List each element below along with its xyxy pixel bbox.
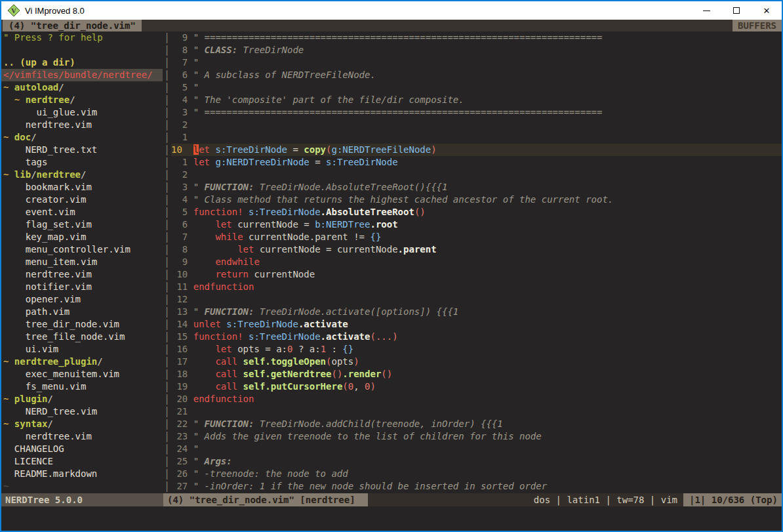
- code-line[interactable]: 4 " Class method that returns the highes…: [171, 194, 782, 206]
- code-line[interactable]: 25 " Args:: [171, 455, 782, 468]
- tree-row[interactable]: .. (up a dir): [3, 56, 163, 69]
- code-line[interactable]: 17 call self.toggleOpen(opts): [171, 356, 782, 368]
- code-line[interactable]: 24 ": [171, 443, 782, 455]
- code-line[interactable]: 3 " ====================================…: [171, 106, 782, 119]
- code-line[interactable]: 13 " FUNCTION: TreeDirNode.activate([opt…: [171, 306, 782, 318]
- line-number: 5: [171, 206, 193, 218]
- text-segment: ~: [3, 481, 9, 491]
- text-segment: s:TreeDirNode: [249, 207, 321, 217]
- text-segment: ": [193, 82, 199, 92]
- tree-row[interactable]: flag_set.vim: [3, 218, 163, 231]
- text-segment: doc: [14, 132, 31, 142]
- tree-row[interactable]: NERD_tree.txt: [3, 144, 163, 156]
- code-line[interactable]: 22 " FUNCTION: TreeDirNode.addChild(tree…: [171, 418, 782, 430]
- code-line[interactable]: 5 ": [171, 81, 782, 94]
- command-line[interactable]: [1, 506, 782, 531]
- tree-row[interactable]: event.vim: [3, 206, 163, 218]
- code-line[interactable]: 14 unlet s:TreeDirNode.activate: [171, 318, 782, 331]
- tree-row[interactable]: key_map.vim: [3, 231, 163, 243]
- code-line[interactable]: 12: [171, 293, 782, 306]
- code-line[interactable]: 9 endwhile: [171, 256, 782, 268]
- tree-row[interactable]: ~ nerdtree_plugin/: [3, 356, 163, 368]
- tree-row[interactable]: exec_menuitem.vim: [3, 368, 163, 380]
- code-line[interactable]: 20 endfunction: [171, 393, 782, 405]
- code-line[interactable]: 21: [171, 405, 782, 418]
- text-segment: autoload: [14, 82, 58, 92]
- tree-row[interactable]: path.vim: [3, 306, 163, 318]
- minimize-button[interactable]: [691, 1, 721, 20]
- tree-row[interactable]: README.markdown: [3, 468, 163, 480]
- text-segment: TreeDirNode: [237, 45, 304, 55]
- maximize-button[interactable]: [721, 1, 752, 20]
- tree-row[interactable]: ~ lib/nerdtree/: [3, 169, 163, 181]
- tree-row[interactable]: menu_item.vim: [3, 256, 163, 268]
- tab-tree-dir-node[interactable]: (4) "tree_dir_node.vim": [3, 20, 142, 31]
- code-line[interactable]: 7 ": [171, 56, 782, 69]
- code-line[interactable]: 16 let opts = a:0 ? a:1 : {}: [171, 343, 782, 356]
- tree-row[interactable]: </vimfiles/bundle/nerdtree/: [1, 69, 163, 81]
- code-line[interactable]: 1 let g:NERDTreeDirNode = s:TreeDirNode: [171, 156, 782, 169]
- tree-row[interactable]: creator.vim: [3, 194, 163, 206]
- line-number: 4: [171, 94, 193, 106]
- close-button[interactable]: ✕: [752, 1, 782, 20]
- separator-bar: |: [163, 206, 171, 218]
- tree-row[interactable]: menu_controller.vim: [3, 243, 163, 256]
- tree-row[interactable]: tree_dir_node.vim: [3, 318, 163, 331]
- text-segment: ": [193, 45, 205, 55]
- code-line[interactable]: 9 " ====================================…: [171, 31, 782, 44]
- separator-bar: |: [163, 44, 171, 56]
- tree-row[interactable]: nerdtree.vim: [3, 430, 163, 443]
- code-line[interactable]: 19 call self.putCursorHere(0, 0): [171, 380, 782, 393]
- code-line[interactable]: 15 function! s:TreeDirNode.activate(...): [171, 331, 782, 343]
- code-line[interactable]: 7 while currentNode.parent != {}: [171, 231, 782, 243]
- tree-row[interactable]: ~ syntax/: [3, 418, 163, 430]
- tree-row[interactable]: nerdtree.vim: [3, 119, 163, 131]
- tree-row[interactable]: notifier.vim: [3, 281, 163, 293]
- tree-row[interactable]: ~ nerdtree/: [3, 94, 163, 106]
- code-line[interactable]: 1: [171, 131, 782, 144]
- code-line[interactable]: 6 " A subclass of NERDTreeFileNode.: [171, 69, 782, 81]
- tree-row[interactable]: fs_menu.vim: [3, 380, 163, 393]
- code-line[interactable]: 6 let currentNode = b:NERDTree.root: [171, 218, 782, 231]
- text-segment: 1: [321, 344, 326, 354]
- text-segment: s:TreeDirNode: [249, 331, 321, 342]
- tree-row[interactable]: nerdtree.vim: [3, 268, 163, 281]
- tree-row[interactable]: " Press ? for help: [3, 31, 163, 44]
- code-line[interactable]: 2: [171, 119, 782, 131]
- text-segment: function!: [193, 207, 243, 217]
- tree-row[interactable]: tags: [3, 156, 163, 169]
- code-line[interactable]: 3 " FUNCTION: TreeDirNode.AbsoluteTreeRo…: [171, 181, 782, 194]
- code-line[interactable]: 10 return currentNode: [171, 268, 782, 281]
- title-bar[interactable]: V Vi IMproved 8.0 ✕: [1, 1, 782, 20]
- tree-row[interactable]: LICENCE: [3, 455, 163, 468]
- tree-row[interactable]: CHANGELOG: [3, 443, 163, 455]
- text-segment: nerdtree.vim: [3, 431, 92, 441]
- window-vertical-separator[interactable]: |||||||||||||||||||||||||||||||||||||: [163, 31, 171, 493]
- code-line[interactable]: 8 " CLASS: TreeDirNode: [171, 44, 782, 56]
- tree-row[interactable]: bookmark.vim: [3, 181, 163, 194]
- code-line[interactable]: 8 let currentNode = currentNode.parent: [171, 243, 782, 256]
- text-segment: .activate: [298, 319, 348, 329]
- code-line[interactable]: 11 endfunction: [171, 281, 782, 293]
- code-line[interactable]: 5 function! s:TreeDirNode.AbsoluteTreeRo…: [171, 206, 782, 218]
- tree-row[interactable]: [3, 44, 163, 56]
- tree-row[interactable]: ~: [3, 480, 163, 493]
- code-line[interactable]: 23 " Adds the given treenode to the list…: [171, 430, 782, 443]
- code-line[interactable]: 18 call self.getNerdtree().render(): [171, 368, 782, 380]
- text-segment: [193, 232, 216, 242]
- code-line[interactable]: 10 let s:TreeDirNode = copy(g:NERDTreeFi…: [171, 144, 782, 156]
- tree-row[interactable]: ui.vim: [3, 343, 163, 356]
- code-line[interactable]: 26 " -treenode: the node to add: [171, 468, 782, 480]
- tree-row[interactable]: tree_file_node.vim: [3, 331, 163, 343]
- tree-row[interactable]: ui_glue.vim: [3, 106, 163, 119]
- code-line[interactable]: 2: [171, 169, 782, 181]
- tree-row[interactable]: ~ doc/: [3, 131, 163, 144]
- tree-row[interactable]: ~ plugin/: [3, 393, 163, 405]
- tree-row[interactable]: NERD_tree.vim: [3, 405, 163, 418]
- separator-bar: |: [163, 393, 171, 405]
- tree-row[interactable]: opener.vim: [3, 293, 163, 306]
- code-line[interactable]: 27 " -inOrder: 1 if the new node should …: [171, 480, 782, 493]
- close-icon: ✕: [763, 7, 771, 15]
- code-line[interactable]: 4 " The 'composite' part of the file/dir…: [171, 94, 782, 106]
- tree-row[interactable]: ~ autoload/: [3, 81, 163, 94]
